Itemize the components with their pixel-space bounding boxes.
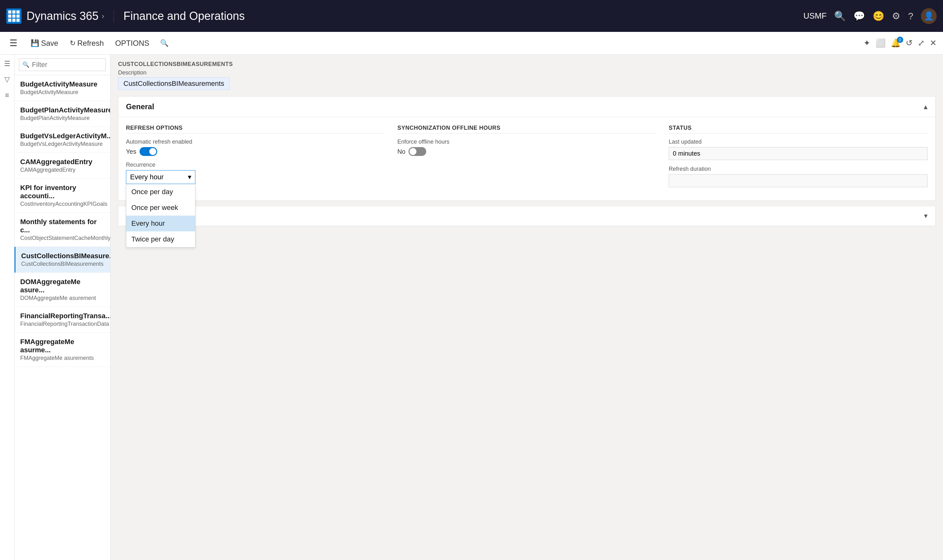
section-collapse-icon[interactable]: ▴ [924,102,928,111]
sidebar-toggle-button[interactable]: ☰ [6,38,20,48]
reload-icon[interactable]: ↺ [906,38,913,48]
description-value: CustCollectionsBIMeasurements [118,77,229,90]
list-item[interactable]: BudgetPlanActivityMeasure BudgetPlanActi… [14,101,110,127]
recurrence-label: Recurrence [126,162,385,168]
brand-fo: Finance and Operations [123,9,245,23]
close-icon[interactable]: ✕ [930,38,937,48]
brand-chevron-icon: › [102,12,104,20]
form-columns: REFRESH OPTIONS Automatic refresh enable… [126,125,928,193]
help-icon[interactable]: ? [908,11,913,22]
list-item-sub: BudgetVsLedgerActivityMeasure [20,141,105,148]
dropdown-option-every-hour[interactable]: Every hour [126,215,195,231]
toggle-knob [149,148,156,155]
top-nav: Dynamics 365 › Finance and Operations US… [0,0,943,32]
section-expand-icon[interactable]: ▾ [924,212,928,220]
list-item[interactable]: FinancialReportingTransa... FinancialRep… [14,307,110,333]
last-updated-field: Last updated [669,138,928,160]
status-header: STATUS [669,125,928,134]
notification-badge: 0 [897,37,903,43]
last-updated-label: Last updated [669,138,928,145]
list-item-sub: CostObjectStatementCacheMonthly [20,235,105,242]
auto-refresh-toggle-container: Yes [126,147,385,156]
top-nav-right: USMF 🔍 💬 😊 ⚙ ? 👤 [803,8,937,24]
list-item-sub: CustCollectionsBIMeasurements [21,261,105,268]
list-item-title: CAMAggregatedEntry [20,158,105,166]
filter-input-wrapper[interactable]: 🔍 [19,58,106,71]
sync-options-header: SYNCHONIZATION OFFLINE HOURS [397,125,656,134]
enforce-value: No [397,148,406,155]
list-item-sub: DOMAggregateMe asurement [20,295,105,302]
save-label: Save [41,39,58,48]
search-icon: 🔍 [160,39,169,47]
section-header: General ▴ [118,97,935,117]
refresh-duration-field: Refresh duration [669,166,928,187]
office-icon[interactable]: ⬜ [875,38,886,48]
content-area: CUSTCOLLECTIONSBIMEASUREMENTS Descriptio… [111,55,943,560]
sync-options-col: SYNCHONIZATION OFFLINE HOURS Enforce off… [397,125,656,193]
list-item[interactable]: FMAggregateMe asurme... FMAggregateMe as… [14,333,110,367]
enforce-toggle[interactable] [409,147,426,156]
section-title: General [126,102,154,111]
dropdown-option-once-per-day[interactable]: Once per day [126,184,195,200]
status-col: STATUS Last updated Refresh duration [669,125,928,193]
recurrence-select[interactable]: Every hour ▾ [126,170,195,184]
list-item[interactable]: BudgetVsLedgerActivityM... BudgetVsLedge… [14,127,110,153]
dropdown-option-twice-per-day[interactable]: Twice per day [126,231,195,247]
general-section: General ▴ REFRESH OPTIONS Automatic refr… [118,96,935,201]
list-item-title: CustCollectionsBIMeasure... [21,252,105,260]
emoji-icon[interactable]: 😊 [872,11,884,22]
gear-icon[interactable]: ⚙ [892,11,900,22]
user-code: USMF [803,11,827,21]
list-item-title: KPI for inventory accounti... [20,184,105,200]
toolbar: ☰ 💾 Save ↻ Refresh OPTIONS 🔍 ✦ ⬜ 🔔 0 ↺ ⤢… [0,32,943,55]
list-item-sub: FinancialReportingTransactionData [20,321,105,327]
list-item-sub: CAMAggregatedEntry [20,167,105,173]
list-item-sub: CostInventoryAccountingKPIGoals [20,201,105,208]
list-item[interactable]: KPI for inventory accounti... CostInvent… [14,178,110,213]
list-item[interactable]: CAMAggregatedEntry CAMAggregatedEntry [14,153,110,178]
avatar[interactable]: 👤 [921,8,937,24]
refresh-button[interactable]: ↻ Refresh [65,36,108,50]
list-item-title: FinancialReportingTransa... [20,312,105,320]
toolbar-search-button[interactable]: 🔍 [159,38,170,49]
main-layout: ☰ ▽ ≡ 🔍 BudgetActivityMeasure BudgetActi… [0,55,943,560]
waffle-icon [8,11,20,22]
list-search-area: 🔍 [14,55,110,75]
brand-d365[interactable]: Dynamics 365 [26,9,98,23]
options-button[interactable]: OPTIONS [111,36,154,50]
list-item-sub: FMAggregateMe asurements [20,355,105,362]
list-item[interactable]: BudgetActivityMeasure BudgetActivityMeas… [14,75,110,101]
auto-refresh-value: Yes [126,148,136,155]
refresh-options-header: REFRESH OPTIONS [126,125,385,134]
side-filter-icon[interactable]: ▽ [5,75,10,84]
refresh-duration-label: Refresh duration [669,166,928,172]
recurrence-dropdown-wrap: Every hour ▾ Once per day Once per week … [126,170,195,184]
list-item-title: BudgetVsLedgerActivityM... [20,132,105,140]
comment-icon[interactable]: 💬 [853,11,865,22]
expand-icon[interactable]: ⤢ [918,38,925,48]
options-label: OPTIONS [115,39,149,48]
list-item-active[interactable]: CustCollectionsBIMeasure... CustCollecti… [14,247,110,273]
search-icon[interactable]: 🔍 [834,11,846,22]
dropdown-option-once-per-week[interactable]: Once per week [126,200,195,215]
list-item[interactable]: Monthly statements for c... CostObjectSt… [14,213,110,247]
side-nav-icon[interactable]: ☰ [4,60,11,68]
list-items-container: BudgetActivityMeasure BudgetActivityMeas… [14,75,110,560]
waffle-button[interactable] [6,9,22,24]
list-item-title: Monthly statements for c... [20,218,105,234]
filter-input[interactable] [32,61,102,69]
save-button[interactable]: 💾 Save [26,36,63,50]
auto-refresh-toggle[interactable] [140,147,157,156]
refresh-duration-input[interactable] [669,174,928,187]
recurrence-dropdown-menu: Once per day Once per week Every hour Tw… [126,184,195,248]
side-list-icon[interactable]: ≡ [5,91,9,100]
auto-refresh-label: Automatic refresh enabled [126,138,385,145]
filter-search-icon: 🔍 [22,61,29,68]
list-item[interactable]: DOMAggregateMe asure... DOMAggregateMe a… [14,273,110,307]
highlight-icon[interactable]: ✦ [863,38,871,48]
notification-button[interactable]: 🔔 0 [891,38,901,48]
section-body: REFRESH OPTIONS Automatic refresh enable… [118,117,935,200]
enforce-label: Enforce offline hours [397,138,656,145]
refresh-options-col: REFRESH OPTIONS Automatic refresh enable… [126,125,385,193]
last-updated-input[interactable] [669,147,928,160]
